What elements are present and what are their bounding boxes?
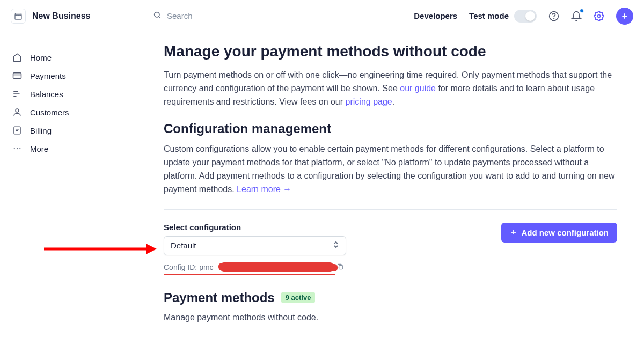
config-mgmt-desc: Custom configurations allow you to enabl… — [164, 143, 617, 196]
search-input[interactable] — [167, 11, 274, 20]
more-icon — [12, 144, 23, 153]
config-select[interactable]: Default — [164, 236, 346, 255]
divider — [164, 209, 617, 210]
svg-point-4 — [598, 14, 601, 17]
redacted-config-id — [221, 263, 333, 271]
svg-point-16 — [14, 148, 15, 149]
card-icon — [12, 71, 23, 80]
svg-rect-19 — [339, 265, 343, 269]
sidebar-item-home[interactable]: Home — [6, 48, 147, 67]
home-icon — [12, 53, 23, 62]
payment-methods-desc: Manage payment methods without code. — [164, 313, 617, 322]
developers-link[interactable]: Developers — [414, 11, 457, 20]
sidebar-item-customers[interactable]: Customers — [6, 103, 147, 121]
guide-link[interactable]: our guide — [400, 84, 436, 93]
svg-point-3 — [554, 18, 554, 18]
svg-point-12 — [16, 109, 19, 112]
person-icon — [12, 107, 23, 117]
sidebar-item-label: Payments — [30, 71, 66, 80]
sidebar-item-payments[interactable]: Payments — [6, 67, 147, 85]
sidebar-item-label: Balances — [30, 90, 63, 99]
svg-point-0 — [155, 12, 159, 17]
section-title: Manage your payment methods without code — [164, 43, 617, 60]
config-mgmt-title: Configuration management — [164, 121, 617, 136]
sidebar-item-label: More — [30, 144, 48, 153]
sidebar-item-balances[interactable]: Balances — [6, 85, 147, 103]
sidebar-item-label: Home — [30, 53, 52, 62]
sidebar-item-billing[interactable]: Billing — [6, 121, 147, 140]
svg-point-18 — [19, 148, 20, 149]
sidebar-item-label: Customers — [30, 108, 69, 117]
svg-rect-7 — [13, 73, 21, 79]
add-configuration-button[interactable]: Add new configuration — [501, 223, 618, 243]
store-icon — [11, 9, 26, 24]
copy-icon[interactable] — [336, 263, 344, 272]
payment-methods-title: Payment methods — [164, 290, 275, 305]
settings-icon[interactable] — [594, 11, 604, 21]
section-desc: Turn payment methods on or off with one … — [164, 69, 617, 108]
updown-icon — [333, 240, 339, 251]
config-id-label: Config ID: pmc_ — [164, 263, 217, 271]
help-icon[interactable] — [548, 11, 559, 21]
testmode-label: Test mode — [469, 11, 509, 20]
pricing-link[interactable]: pricing page — [346, 97, 392, 106]
svg-point-17 — [17, 148, 18, 149]
active-badge: 9 active — [281, 292, 316, 303]
balances-icon — [12, 89, 23, 99]
svg-line-1 — [159, 16, 160, 18]
brand-name[interactable]: New Business — [32, 11, 90, 21]
sidebar-item-label: Billing — [30, 126, 52, 135]
notification-dot — [580, 9, 584, 13]
learn-more-link[interactable]: Learn more → — [237, 185, 291, 194]
testmode-toggle[interactable] — [514, 10, 537, 23]
receipt-icon — [12, 126, 23, 135]
search-icon — [153, 11, 162, 21]
notifications-icon[interactable] — [571, 11, 582, 21]
create-button[interactable] — [616, 8, 633, 25]
red-underline-annotation — [164, 274, 335, 275]
sidebar-item-more[interactable]: More — [6, 140, 147, 158]
select-config-label: Select configuration — [164, 223, 346, 232]
config-selected-value: Default — [171, 241, 196, 250]
